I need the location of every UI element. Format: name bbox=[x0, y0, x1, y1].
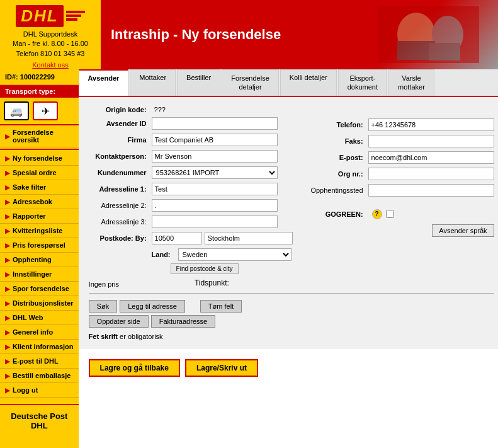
fakturaadresse-button[interactable]: Fakturaadresse bbox=[151, 315, 215, 328]
tab-forsendelse-detaljer[interactable]: Forsendelsedetaljer bbox=[222, 69, 279, 96]
dhl-logo-text: DHL bbox=[16, 5, 63, 27]
arrow-icon: ▶ bbox=[5, 184, 10, 191]
avsender-id-row: Avsender ID bbox=[89, 117, 293, 130]
transport-icons: 🚐 ✈ bbox=[0, 98, 79, 125]
tab-mottaker[interactable]: Mottaker bbox=[130, 69, 176, 96]
sidebar-item-ny-forsendelse[interactable]: ▶ Ny forsendelse bbox=[0, 151, 79, 166]
transport-icon-air[interactable]: ✈ bbox=[33, 101, 58, 120]
epost-row: E-post: bbox=[305, 151, 494, 164]
logo-stripe-3 bbox=[66, 18, 77, 21]
faks-input[interactable] bbox=[368, 135, 494, 147]
org-nr-label: Org nr.: bbox=[305, 170, 368, 178]
sidebar-item-bestill-emballasje[interactable]: ▶ Bestill emballasje bbox=[0, 369, 79, 383]
tab-varsle-mottaker[interactable]: Varslemottaker bbox=[388, 69, 434, 96]
sidebar-item-forsendelse-oversikt[interactable]: ▶ Forsendelse oversikt bbox=[0, 125, 79, 147]
sidebar-item-distribusjonslister[interactable]: ▶ Distribusjonslister bbox=[0, 296, 79, 311]
form-left: Origin kode: ??? Avsender ID Firma bbox=[89, 106, 293, 288]
contact-link[interactable]: Kontakt oss bbox=[32, 61, 68, 69]
bottom-buttons-row1: Søk Legg til adresse Tøm felt bbox=[89, 300, 494, 313]
land-label: Land: bbox=[152, 251, 176, 258]
lagre-skriv-ut-button[interactable]: Lagre/Skriv ut bbox=[185, 359, 258, 377]
kontaktperson-input[interactable] bbox=[152, 150, 278, 163]
ingen-pris-label: Ingen pris bbox=[89, 280, 119, 288]
postcode-city-group bbox=[152, 232, 293, 244]
mandatory-strong: Fet skrift bbox=[89, 333, 118, 340]
adresselinje1-label: Adresseline 1: bbox=[89, 185, 152, 193]
telefon-input[interactable] bbox=[368, 118, 494, 131]
sidebar-item-klient-informasjon[interactable]: ▶ Klient informasjon bbox=[0, 340, 79, 354]
sidebar-id: ID#: 100022299 bbox=[0, 69, 79, 85]
sidebar-item-soke-filter[interactable]: ▶ Søke filter bbox=[0, 180, 79, 195]
origin-kode-value: ??? bbox=[154, 106, 166, 113]
epost-input[interactable] bbox=[368, 151, 494, 164]
support-text: DHL Supportdesk Man - fre kl. 8.00 - 16.… bbox=[13, 30, 88, 59]
firma-row: Firma bbox=[89, 134, 293, 146]
land-row: Land: Sweden Find postcode & city bbox=[152, 248, 293, 274]
tab-avsender[interactable]: Avsender bbox=[79, 69, 129, 96]
sidebar-item-innstillinger[interactable]: ▶ Innstillinger bbox=[0, 267, 79, 282]
find-postcode-btn[interactable]: Find postcode & city bbox=[171, 263, 239, 274]
adresselinje3-input[interactable] bbox=[152, 215, 278, 228]
avsender-id-label: Avsender ID bbox=[89, 120, 152, 127]
faks-row: Faks: bbox=[305, 135, 494, 147]
help-icon[interactable]: ? bbox=[372, 209, 382, 219]
tab-kolli-detaljer[interactable]: Kolli detaljer bbox=[280, 69, 337, 96]
arrow-icon: ▶ bbox=[5, 198, 10, 205]
arrow-icon: ▶ bbox=[5, 343, 10, 350]
sidebar-item-rapporter[interactable]: ▶ Rapporter bbox=[0, 209, 79, 224]
adresselinje1-input[interactable] bbox=[152, 183, 278, 195]
firma-label: Firma bbox=[89, 136, 152, 144]
sidebar-item-generel-info[interactable]: ▶ Generel info bbox=[0, 325, 79, 340]
sidebar-item-adressebok[interactable]: ▶ Adressebok bbox=[0, 195, 79, 209]
arrow-icon: ▶ bbox=[5, 256, 10, 263]
logo-area: DHL DHL Supportdesk Man - fre kl. 8.00 -… bbox=[0, 0, 101, 69]
deutsche-post-footer: Deutsche Post DHL bbox=[0, 404, 79, 437]
arrow-icon: ▶ bbox=[5, 271, 10, 278]
opphentingssted-input[interactable] bbox=[368, 184, 494, 197]
gogreen-label: GOGREEN: bbox=[305, 210, 368, 218]
org-nr-input[interactable] bbox=[368, 168, 494, 180]
origin-kode-row: Origin kode: ??? bbox=[89, 106, 293, 113]
sidebar-item-spesial-ordre[interactable]: ▶ Spesial ordre bbox=[0, 166, 79, 180]
avsender-sprak-button[interactable]: Avsender språk bbox=[432, 224, 494, 237]
gogreen-checkbox[interactable] bbox=[386, 210, 394, 218]
legg-til-adresse-button[interactable]: Legg til adresse bbox=[120, 300, 185, 313]
sidebar-item-pris-foresporsel[interactable]: ▶ Pris forespørsel bbox=[0, 238, 79, 253]
arrow-icon: ▶ bbox=[5, 285, 10, 292]
by-input[interactable] bbox=[205, 232, 293, 244]
avsender-id-input[interactable] bbox=[152, 117, 278, 130]
tab-bestiller[interactable]: Bestiller bbox=[177, 69, 220, 96]
logo-stripe-2 bbox=[66, 14, 81, 17]
sidebar-item-epost-til-dhl[interactable]: ▶ E-post til DHL bbox=[0, 354, 79, 369]
tab-bar: Avsender Mottaker Bestiller Forsendelsed… bbox=[79, 69, 498, 97]
adresselinje2-input[interactable] bbox=[152, 199, 278, 212]
mandatory-note: Fet skrift er obligatorisk bbox=[89, 333, 494, 340]
sok-button[interactable]: Søk bbox=[89, 300, 118, 313]
firma-input[interactable] bbox=[152, 134, 278, 146]
header-banner: Intraship - Ny forsendelse bbox=[101, 0, 498, 69]
opphentingssted-label: Opphentingssted bbox=[305, 187, 368, 194]
header-image bbox=[359, 0, 498, 69]
sidebar-item-logg-ut[interactable]: ▶ Logg ut bbox=[0, 383, 79, 398]
sidebar-item-spor-forsendelse[interactable]: ▶ Spor forsendelse bbox=[0, 282, 79, 296]
tom-felt-button[interactable]: Tøm felt bbox=[200, 300, 242, 313]
mandatory-text: er obligatorisk bbox=[120, 333, 162, 340]
oppdater-side-button[interactable]: Oppdater side bbox=[89, 315, 149, 328]
sidebar-item-kvitteringsliste[interactable]: ▶ Kvitteringsliste bbox=[0, 224, 79, 238]
kundenummer-select[interactable]: 953268261 IMPORT bbox=[152, 166, 278, 179]
telefon-label: Telefon: bbox=[305, 121, 368, 129]
ingen-pris-tidspunkt-row: Ingen pris Tidspunkt: bbox=[89, 278, 293, 288]
org-nr-row: Org nr.: bbox=[305, 168, 494, 180]
tab-eksport-dokument[interactable]: Eksport-dokument bbox=[338, 69, 387, 96]
content-area: Avsender Mottaker Bestiller Forsendelsed… bbox=[79, 69, 498, 448]
sidebar-item-opphenting[interactable]: ▶ Opphenting bbox=[0, 253, 79, 267]
page-title: Intraship - Ny forsendelse bbox=[111, 26, 281, 43]
lagre-ga-tilbake-button[interactable]: Lagre og gå tilbake bbox=[89, 359, 180, 377]
transport-icon-ground[interactable]: 🚐 bbox=[4, 101, 29, 120]
land-select[interactable]: Sweden bbox=[178, 248, 291, 261]
sidebar-item-dhl-web[interactable]: ▶ DHL Web bbox=[0, 311, 79, 325]
divider bbox=[89, 293, 494, 294]
postkode-row: Postkode: By: bbox=[89, 232, 293, 244]
arrow-icon: ▶ bbox=[5, 169, 10, 176]
postkode-input[interactable] bbox=[152, 232, 202, 244]
